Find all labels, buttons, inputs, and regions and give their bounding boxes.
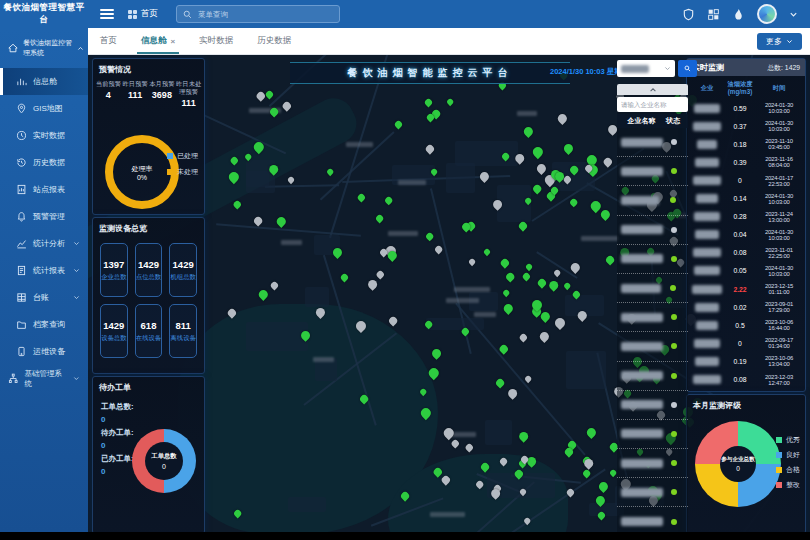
map-pin-online[interactable] xyxy=(589,199,602,212)
map-pin-online[interactable] xyxy=(547,279,560,292)
map-pin-online[interactable] xyxy=(424,98,434,108)
map-pin-offline[interactable] xyxy=(538,330,550,342)
map-pin-online[interactable] xyxy=(531,183,543,195)
map-pin-online[interactable] xyxy=(562,142,575,155)
map-pin-offline[interactable] xyxy=(553,269,562,278)
company-row[interactable] xyxy=(617,128,688,157)
realtime-row[interactable]: 0.192023-10-06 13:04:00 xyxy=(687,352,805,370)
sidebar-item-bell[interactable]: 预警管理 xyxy=(0,203,88,230)
map-pin-online[interactable] xyxy=(536,277,547,288)
realtime-row[interactable]: 0.082023-11-01 22:25:00 xyxy=(687,244,805,262)
map-pin-offline[interactable] xyxy=(556,112,568,124)
map-pin-online[interactable] xyxy=(502,302,514,314)
map-pin-offline[interactable] xyxy=(376,270,385,279)
user-avatar[interactable] xyxy=(757,4,777,24)
company-row[interactable] xyxy=(617,449,688,478)
map-pin-offline[interactable] xyxy=(281,100,292,111)
map-pin-online[interactable] xyxy=(374,213,384,223)
map-pin-offline[interactable] xyxy=(519,333,529,343)
tab-首页[interactable]: 首页 xyxy=(88,28,129,54)
map-pin-online[interactable] xyxy=(340,273,350,283)
map-pin-offline[interactable] xyxy=(255,90,266,101)
more-button[interactable]: 更多 xyxy=(757,33,802,50)
map-pin-online[interactable] xyxy=(326,168,335,177)
sidebar-item-device[interactable]: 运维设备 xyxy=(0,338,88,365)
flame-icon[interactable] xyxy=(732,8,745,21)
map-pin-online[interactable] xyxy=(502,289,511,298)
map-pin-online[interactable] xyxy=(257,288,269,300)
map-pin-offline[interactable] xyxy=(366,278,379,291)
sidebar-item-pin[interactable]: GIS地图 xyxy=(0,95,88,122)
map-pin-offline[interactable] xyxy=(442,426,455,439)
company-row[interactable] xyxy=(617,507,688,532)
map-pin-online[interactable] xyxy=(275,215,287,227)
realtime-row[interactable]: 2.222023-12-15 01:11:00 xyxy=(687,280,805,298)
map-pin-offline[interactable] xyxy=(506,387,519,400)
menu-search-input[interactable] xyxy=(196,9,320,20)
sidebar-item-history[interactable]: 历史数据 xyxy=(0,149,88,176)
map-pin-online[interactable] xyxy=(498,343,509,354)
company-row[interactable] xyxy=(617,391,688,420)
realtime-row[interactable]: 0.392023-11-16 08:04:00 xyxy=(687,153,805,171)
map-pin-online[interactable] xyxy=(265,90,275,100)
chevron-down-icon[interactable] xyxy=(789,8,798,21)
realtime-row[interactable]: 0.142024-01-30 10:03:00 xyxy=(687,190,805,208)
realtime-row[interactable]: 0.52023-10-06 16:44:00 xyxy=(687,316,805,334)
map-pin-online[interactable] xyxy=(383,195,393,205)
map-pin-online[interactable] xyxy=(597,480,610,493)
realtime-row[interactable]: 02024-01-17 22:53:00 xyxy=(687,171,805,189)
sidebar-item-sitemap[interactable]: 基础管理系统 xyxy=(0,365,88,392)
realtime-row[interactable]: 0.042024-01-30 10:03:00 xyxy=(687,226,805,244)
breadcrumb-home[interactable]: 首页 xyxy=(128,8,158,20)
shield-icon[interactable] xyxy=(682,8,695,21)
company-row[interactable] xyxy=(617,303,688,332)
sidebar-item-ledger[interactable]: 台账 xyxy=(0,284,88,311)
realtime-row[interactable]: 0.052024-01-30 10:03:00 xyxy=(687,262,805,280)
map-pin-offline[interactable] xyxy=(465,443,474,452)
map-pin-offline[interactable] xyxy=(387,315,399,327)
map-pin-online[interactable] xyxy=(568,197,579,208)
realtime-row[interactable]: 0.592024-01-30 10:03:00 xyxy=(687,99,805,117)
map-pin-online[interactable] xyxy=(504,271,516,283)
map-pin-online[interactable] xyxy=(585,426,597,438)
map-pin-offline[interactable] xyxy=(270,281,280,291)
map-pin-offline[interactable] xyxy=(478,170,491,183)
map-pin-offline[interactable] xyxy=(252,215,264,227)
sidebar-item-doc[interactable]: 统计报表 xyxy=(0,257,88,284)
map-pin-online[interactable] xyxy=(563,282,572,291)
map-pin-online[interactable] xyxy=(446,98,455,107)
realtime-row[interactable]: 0.022023-09-01 17:29:00 xyxy=(687,298,805,316)
map-pin-offline[interactable] xyxy=(569,261,581,273)
company-select[interactable] xyxy=(617,60,675,77)
map-pin-online[interactable] xyxy=(357,193,367,203)
map-pin-offline[interactable] xyxy=(287,176,296,185)
realtime-row[interactable]: 0.082023-12-03 12:47:00 xyxy=(687,371,805,389)
sidebar-item-trend[interactable]: 统计分析 xyxy=(0,230,88,257)
map-pin-offline[interactable] xyxy=(424,143,435,154)
realtime-row[interactable]: 0.282023-11-24 13:00:00 xyxy=(687,208,805,226)
map-pin-online[interactable] xyxy=(517,430,530,443)
map-pin-online[interactable] xyxy=(499,257,510,268)
company-name-input[interactable] xyxy=(617,97,688,112)
tab-历史数据[interactable]: 历史数据 xyxy=(245,28,303,54)
sidebar-item-report[interactable]: 站点报表 xyxy=(0,176,88,203)
sidebar-item-clock[interactable]: 实时数据 xyxy=(0,122,88,149)
map-pin-offline[interactable] xyxy=(468,258,477,267)
map-pin-online[interactable] xyxy=(525,263,534,272)
layout-icon[interactable] xyxy=(707,8,720,21)
realtime-row[interactable]: 0.182023-11-10 03:45:00 xyxy=(687,135,805,153)
company-row[interactable] xyxy=(617,216,688,245)
map-pin-online[interactable] xyxy=(604,254,616,266)
map-pin-online[interactable] xyxy=(483,248,492,257)
map-pin-offline[interactable] xyxy=(602,156,613,167)
company-row[interactable] xyxy=(617,245,688,274)
company-list-collapse[interactable] xyxy=(617,84,688,95)
map-pin-online[interactable] xyxy=(430,347,443,360)
company-row[interactable] xyxy=(617,332,688,361)
map-pin-online[interactable] xyxy=(522,125,534,137)
company-row[interactable] xyxy=(617,420,688,449)
company-row[interactable] xyxy=(617,186,688,215)
realtime-row[interactable]: 02022-09-17 01:34:00 xyxy=(687,334,805,352)
company-row[interactable] xyxy=(617,478,688,507)
map-pin-online[interactable] xyxy=(517,220,528,231)
